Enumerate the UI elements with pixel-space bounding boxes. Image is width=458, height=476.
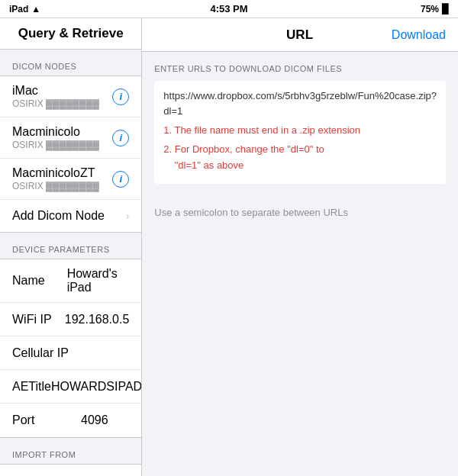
node-macminicolozt-info-icon[interactable]: i [112, 171, 129, 188]
node-macminicolo-content: Macminicolo OSIRIX ▓▓▓▓▓▓▓▓ [12, 125, 106, 150]
node-imac-name: iMac [12, 84, 106, 98]
status-bar: iPad ▲ 4:53 PM 75% ▉ [0, 0, 458, 18]
add-dicom-node-chevron-icon: › [126, 210, 130, 222]
param-port-value: 4096 [81, 413, 108, 427]
url-value-text: https://www.dropbox.com/s/5rbhv3g5rzeblw… [163, 88, 437, 118]
node-imac-content: iMac OSIRIX ▓▓▓▓▓▓▓▓ [12, 84, 106, 109]
param-aetitle-label: AETitle [12, 380, 51, 394]
param-cellular-label: Cellular IP [12, 346, 81, 360]
left-panel-header: Query & Retrieve [0, 18, 141, 50]
param-wifi-row: WiFi IP 192.168.0.5 [0, 303, 141, 336]
status-right: 75% ▉ [421, 4, 449, 14]
node-macminicolo-info-icon[interactable]: i [112, 130, 129, 146]
download-button[interactable]: Download [392, 28, 446, 42]
wifi-icon: ▲ [31, 4, 40, 14]
url-hint-text: Use a semicolon to separate between URLs [154, 199, 446, 226]
param-aetitle-row: AETitle HOWARDSIPAD [0, 370, 141, 404]
right-panel-content: ENTER URLS TO DOWNLOAD DICOM FILES https… [142, 52, 458, 476]
node-macminicolozt-content: MacminicoloZT OSIRIX ▓▓▓▓▓▓▓▓ [12, 166, 106, 191]
section-import-from-label: IMPORT FROM [0, 438, 141, 464]
import-from-list: iCloud Drive LAN › QR Code › URL › [0, 464, 141, 476]
node-macminicolozt-subtitle: OSIRIX ▓▓▓▓▓▓▓▓ [12, 181, 106, 191]
url-input-area[interactable]: https://www.dropbox.com/s/5rbhv3g5rzeblw… [154, 81, 446, 184]
status-left: iPad ▲ [9, 4, 40, 14]
right-panel-title: URL [208, 27, 392, 43]
status-time: 4:53 PM [210, 3, 247, 14]
param-wifi-value: 192.168.0.5 [65, 313, 130, 326]
param-cellular-row: Cellular IP [0, 336, 141, 370]
app-container: Query & Retrieve DICOM NODES iMac OSIRIX… [0, 18, 458, 476]
section-dicom-nodes-label: DICOM NODES [0, 50, 141, 76]
param-name-value: Howard's iPad [67, 267, 130, 294]
list-item[interactable]: iMac OSIRIX ▓▓▓▓▓▓▓▓ i [0, 76, 141, 117]
param-name-label: Name [12, 274, 67, 288]
instruction-2: 2. For Dropbox, change the "dl=0" to "dl… [163, 142, 437, 174]
node-macminicolo-name: Macminicolo [12, 125, 106, 139]
node-imac-info-icon[interactable]: i [112, 88, 129, 105]
device-params-list: Name Howard's iPad WiFi IP 192.168.0.5 C… [0, 259, 141, 438]
param-wifi-label: WiFi IP [12, 313, 65, 326]
section-device-params-label: DEVICE PARAMETERS [0, 233, 141, 259]
dicom-nodes-list: iMac OSIRIX ▓▓▓▓▓▓▓▓ i Macminicolo OSIRI… [0, 76, 141, 233]
node-imac-subtitle: OSIRIX ▓▓▓▓▓▓▓▓ [12, 98, 106, 109]
instruction-1: 1. The file name must end in a .zip exte… [163, 123, 437, 139]
left-panel: Query & Retrieve DICOM NODES iMac OSIRIX… [0, 18, 142, 476]
right-panel-header: URL Download [142, 18, 458, 52]
ipad-label: iPad [9, 4, 28, 14]
param-port-row: Port 4096 [0, 404, 141, 437]
url-section-label: ENTER URLS TO DOWNLOAD DICOM FILES [154, 64, 446, 73]
list-item[interactable]: Macminicolo OSIRIX ▓▓▓▓▓▓▓▓ i [0, 117, 141, 159]
battery-icon: ▉ [442, 4, 449, 14]
battery-level: 75% [421, 4, 439, 14]
import-icloud-item[interactable]: iCloud Drive [0, 465, 141, 476]
node-macminicolozt-name: MacminicoloZT [12, 166, 106, 180]
param-name-row: Name Howard's iPad [0, 259, 141, 303]
param-port-label: Port [12, 413, 81, 427]
add-dicom-node-item[interactable]: Add Dicom Node › [0, 200, 141, 232]
param-aetitle-value: HOWARDSIPAD [51, 380, 142, 394]
node-macminicolo-subtitle: OSIRIX ▓▓▓▓▓▓▓▓ [12, 140, 106, 150]
list-item[interactable]: MacminicoloZT OSIRIX ▓▓▓▓▓▓▓▓ i [0, 159, 141, 200]
right-panel: URL Download ENTER URLS TO DOWNLOAD DICO… [142, 18, 458, 476]
add-dicom-node-label: Add Dicom Node [12, 209, 105, 223]
